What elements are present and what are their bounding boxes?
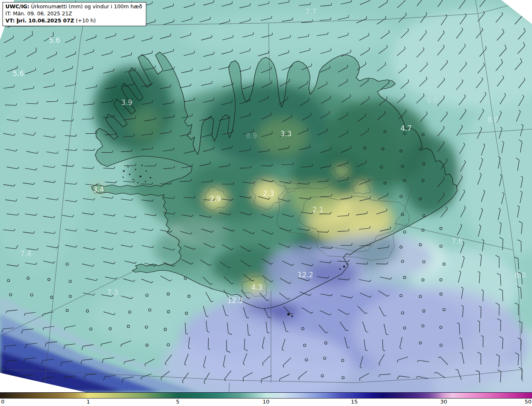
- map-label: 12.5: [227, 296, 243, 305]
- map-label: 2.9: [209, 195, 221, 203]
- precip-wind-map: 5.67.75.63.99.08.04.73.38.93.42.92.32.17…: [0, 0, 532, 392]
- map-label: 8.0: [515, 271, 526, 279]
- map-label: 3.9: [121, 98, 132, 107]
- title-box: UWC/IG: Úrkomumætti (mm) og vindur i 100…: [2, 2, 146, 26]
- product-desc: Úrkomumætti (mm) og vindur i 100m hæð: [30, 3, 142, 10]
- colorbar-tick-label: 0: [1, 399, 5, 405]
- map-label: 5.6: [12, 69, 24, 78]
- colorbar-gradient: [0, 392, 532, 399]
- map-label: 2.1: [312, 205, 323, 214]
- colorbar-tick-label: 15: [351, 399, 358, 405]
- map-label: 4.7: [400, 124, 411, 132]
- title-line-product: UWC/IG: Úrkomumætti (mm) og vindur i 100…: [5, 3, 142, 10]
- map-label: 3.4: [93, 185, 104, 193]
- map-label: 7.7: [305, 7, 316, 16]
- valid-lead: (+10 h): [74, 17, 96, 24]
- map-label: 7.6: [451, 237, 463, 245]
- colorbar-ticks: 01510153050: [0, 399, 532, 406]
- colorbar: 01510153050: [0, 392, 532, 406]
- map-label: 8.0: [487, 115, 498, 124]
- map-label: 2.3: [263, 189, 274, 198]
- colorbar-tick-label: 10: [263, 399, 270, 405]
- map-label: 4.3: [251, 283, 262, 291]
- map-label: 5.6: [49, 36, 60, 44]
- map-label: 8.9: [246, 132, 257, 140]
- map-label: 12.2: [298, 271, 313, 279]
- weather-map-screenshot: 5.67.75.63.99.08.04.73.38.93.42.92.32.17…: [0, 0, 532, 406]
- map-label: 7.3: [107, 288, 118, 296]
- colorbar-tick-label: 50: [525, 399, 532, 405]
- valid-time: VT: þri. 10.06.2025 07Z: [5, 17, 74, 24]
- map-label: 9.0: [426, 96, 438, 105]
- map-label: 7.4: [20, 249, 31, 258]
- map-label: 3.3: [280, 130, 291, 138]
- colorbar-tick-label: 1: [86, 399, 90, 405]
- colorbar-tick-label: 30: [440, 399, 447, 405]
- title-line-init: IT: Mán. 09. 06. 2025 21Z: [5, 10, 142, 17]
- colorbar-tick-label: 5: [176, 399, 179, 405]
- product-id: UWC/IG:: [5, 3, 30, 10]
- title-line-valid: VT: þri. 10.06.2025 07Z (+10 h): [5, 17, 142, 24]
